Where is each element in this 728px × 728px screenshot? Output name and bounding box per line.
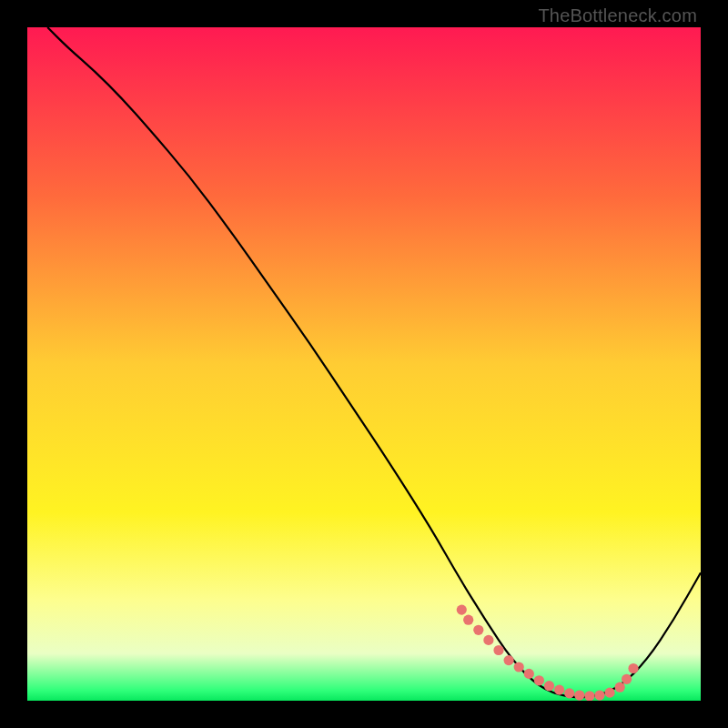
marker-dot	[622, 674, 632, 684]
marker-dot	[594, 690, 604, 700]
marker-dot	[493, 645, 503, 655]
marker-dot	[544, 681, 554, 691]
marker-dot	[514, 662, 524, 672]
marker-dot	[628, 663, 638, 673]
marker-dot	[554, 685, 564, 695]
chart-svg	[27, 27, 701, 701]
gradient-bg	[27, 27, 701, 701]
marker-dot	[524, 669, 534, 679]
marker-dot	[584, 691, 594, 701]
marker-dot	[457, 605, 467, 615]
marker-dot	[534, 675, 544, 685]
watermark-text: TheBottleneck.com	[538, 5, 697, 26]
marker-dot	[473, 625, 483, 635]
marker-dot	[605, 688, 615, 698]
marker-dot	[574, 690, 584, 700]
marker-dot	[564, 688, 574, 698]
marker-dot	[483, 635, 493, 645]
marker-dot	[463, 615, 473, 625]
marker-dot	[615, 682, 625, 693]
chart-frame	[27, 27, 701, 701]
marker-dot	[504, 655, 514, 665]
